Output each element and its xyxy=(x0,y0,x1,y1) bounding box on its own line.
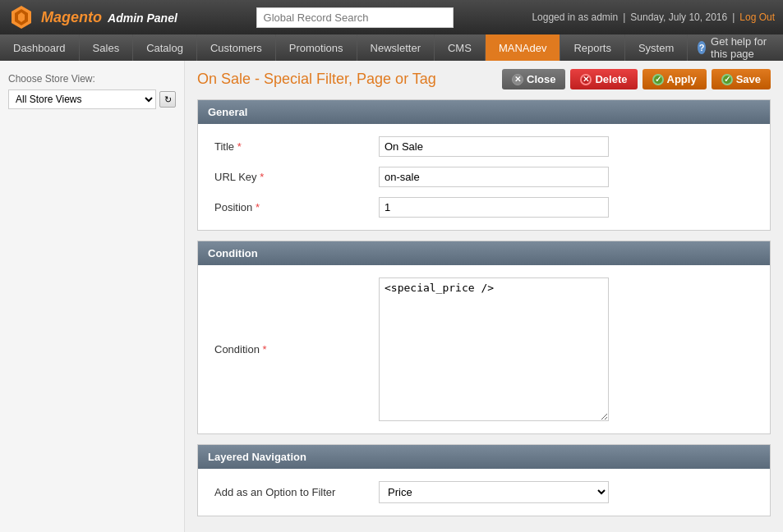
logo-brand-text: Magento Admin Panel xyxy=(41,9,177,26)
user-info: Logged in as admin xyxy=(532,11,618,23)
condition-textarea[interactable]: <special_price /> xyxy=(379,277,609,421)
url-key-required: * xyxy=(260,171,264,183)
action-buttons: ✕ Close ✕ Delete ✓ Apply ✓ Save xyxy=(502,69,771,89)
layered-nav-section-body: Add as an Option to Filter Price None Ca… xyxy=(198,469,770,516)
add-option-label: Add as an Option to Filter xyxy=(214,486,379,498)
nav-item-promotions[interactable]: Promotions xyxy=(276,34,357,61)
position-input[interactable] xyxy=(379,197,609,218)
url-key-input[interactable] xyxy=(379,167,609,187)
layered-nav-section-header: Layered Navigation xyxy=(198,445,770,469)
logo-area: Magento Admin Panel xyxy=(8,4,177,30)
nav-item-newsletter[interactable]: Newsletter xyxy=(357,34,435,61)
search-bar xyxy=(177,7,532,28)
store-view-select-wrapper: All Store Views Default Store View ↻ xyxy=(8,89,176,109)
page-title: On Sale - Special Filter, Page or Tag xyxy=(197,71,436,88)
nav-item-cms[interactable]: CMS xyxy=(435,34,486,61)
position-required: * xyxy=(256,201,260,213)
magento-logo-icon xyxy=(8,4,35,30)
add-option-select[interactable]: Price None Category xyxy=(379,481,609,503)
url-key-label: URL Key * xyxy=(214,171,379,183)
position-row: Position * xyxy=(214,197,753,218)
nav-item-reports[interactable]: Reports xyxy=(560,34,625,61)
url-key-row: URL Key * xyxy=(214,167,753,187)
nav-item-sales[interactable]: Sales xyxy=(80,34,134,61)
store-view-label: Choose Store View: xyxy=(8,73,176,85)
delete-button[interactable]: ✕ Delete xyxy=(570,69,637,89)
condition-section-header: Condition xyxy=(198,241,770,265)
main-content: On Sale - Special Filter, Page or Tag ✕ … xyxy=(185,61,783,532)
condition-section: Condition Condition * <special_price /> xyxy=(197,241,771,434)
help-icon: ? xyxy=(698,41,706,54)
general-section-body: Title * URL Key * Position * xyxy=(198,124,770,230)
close-button[interactable]: ✕ Close xyxy=(502,69,565,89)
add-option-row: Add as an Option to Filter Price None Ca… xyxy=(214,481,753,503)
page-header: On Sale - Special Filter, Page or Tag ✕ … xyxy=(197,69,771,89)
close-icon: ✕ xyxy=(512,74,523,85)
nav-item-catalog[interactable]: Catalog xyxy=(133,34,197,61)
logout-link[interactable]: Log Out xyxy=(739,11,775,23)
sidebar: Choose Store View: All Store Views Defau… xyxy=(0,61,185,532)
refresh-button[interactable]: ↻ xyxy=(159,91,176,108)
condition-row: Condition * <special_price /> xyxy=(214,277,753,421)
header-right: Logged in as admin | Sunday, July 10, 20… xyxy=(532,11,775,23)
general-section-header: General xyxy=(198,100,770,124)
condition-section-body: Condition * <special_price /> xyxy=(198,265,770,433)
main-nav: Dashboard Sales Catalog Customers Promot… xyxy=(0,34,783,61)
header: Magento Admin Panel Logged in as admin |… xyxy=(0,0,783,34)
header-date: Sunday, July 10, 2016 xyxy=(630,11,727,23)
nav-item-customers[interactable]: Customers xyxy=(197,34,276,61)
title-required: * xyxy=(237,140,242,153)
apply-icon: ✓ xyxy=(652,74,664,85)
content-wrapper: Choose Store View: All Store Views Defau… xyxy=(0,61,783,532)
position-label: Position * xyxy=(214,201,379,213)
save-icon: ✓ xyxy=(721,74,733,85)
nav-item-dashboard[interactable]: Dashboard xyxy=(0,34,80,61)
delete-icon: ✕ xyxy=(580,74,592,85)
help-nav[interactable]: ? Get help for this page xyxy=(688,34,783,61)
save-button[interactable]: ✓ Save xyxy=(712,69,771,89)
title-label: Title * xyxy=(214,140,379,153)
nav-item-system[interactable]: System xyxy=(625,34,688,61)
help-label: Get help for this page xyxy=(711,35,773,60)
layered-nav-section: Layered Navigation Add as an Option to F… xyxy=(197,444,771,516)
general-section: General Title * URL Key * xyxy=(197,99,771,231)
condition-required: * xyxy=(263,343,267,355)
store-view-select[interactable]: All Store Views Default Store View xyxy=(8,89,156,109)
nav-item-manadev[interactable]: MANAdev xyxy=(486,34,561,61)
global-search-input[interactable] xyxy=(256,7,454,28)
title-input[interactable] xyxy=(379,136,609,157)
apply-button[interactable]: ✓ Apply xyxy=(643,69,707,89)
condition-label: Condition * xyxy=(214,343,379,355)
title-row: Title * xyxy=(214,136,753,157)
